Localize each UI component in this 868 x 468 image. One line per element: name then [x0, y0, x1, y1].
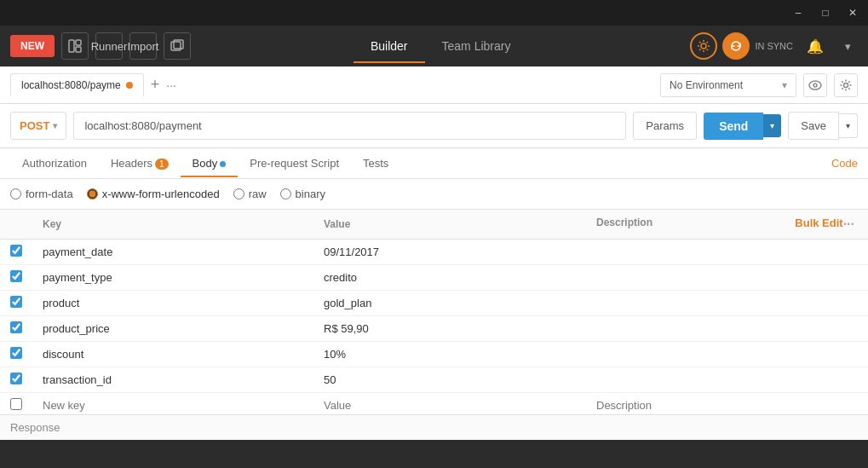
main-nav-tabs: Builder Team Library [354, 32, 528, 60]
svg-point-5 [701, 43, 706, 49]
svg-point-6 [809, 81, 821, 90]
response-area: Response [0, 414, 868, 440]
sync-settings-icon[interactable] [690, 32, 717, 60]
tab-tests[interactable]: Tests [351, 150, 400, 176]
new-desc-input[interactable] [596, 399, 858, 412]
request-tab-url: localhost:8080/payme [21, 79, 121, 91]
value-input-0[interactable] [324, 246, 576, 258]
new-window-icon [170, 39, 184, 53]
send-dropdown-button[interactable]: ▾ [763, 114, 781, 137]
desc-input-2[interactable] [596, 297, 858, 309]
row-checkbox-4[interactable] [10, 347, 22, 359]
row-checkbox-0[interactable] [10, 245, 22, 257]
environment-eye-button[interactable] [803, 73, 827, 97]
key-input-3[interactable] [43, 322, 303, 335]
svg-rect-1 [76, 40, 81, 45]
eye-icon [808, 80, 822, 90]
table-row [0, 367, 868, 393]
method-select[interactable]: POST ▾ [10, 112, 66, 140]
key-input-0[interactable] [43, 246, 303, 258]
body-dot [220, 161, 226, 167]
form-data-radio[interactable] [10, 188, 21, 199]
tab-team-library[interactable]: Team Library [425, 32, 528, 60]
value-input-2[interactable] [324, 297, 576, 309]
maximize-button[interactable]: □ [817, 7, 834, 19]
save-button[interactable]: Save [788, 112, 839, 140]
save-dropdown-button[interactable]: ▾ [839, 113, 858, 138]
sync-status-icon[interactable] [722, 32, 750, 60]
environment-arrow: ▾ [782, 79, 787, 91]
tab-builder[interactable]: Builder [354, 32, 425, 60]
row-checkbox-3[interactable] [10, 321, 22, 333]
send-button[interactable]: Send [704, 113, 763, 140]
desc-input-3[interactable] [596, 322, 858, 335]
new-row-checkbox[interactable] [10, 398, 22, 410]
notifications-button[interactable]: 🔔 [802, 32, 829, 60]
new-window-button[interactable] [164, 32, 191, 60]
headers-badge: 1 [155, 159, 169, 170]
raw-option[interactable]: raw [233, 188, 267, 200]
tab-authorization[interactable]: Authorization [10, 150, 99, 176]
value-input-4[interactable] [324, 348, 576, 361]
x-www-form-urlencoded-option[interactable]: x-www-form-urlencoded [87, 188, 220, 200]
gear-icon [839, 78, 853, 92]
request-tab[interactable]: localhost:8080/payme [10, 73, 144, 96]
row-checkbox-2[interactable] [10, 296, 22, 308]
form-data-option[interactable]: form-data [10, 188, 73, 200]
request-bar: POST ▾ Params Send ▾ Save ▾ [0, 104, 868, 148]
desc-input-5[interactable] [596, 373, 858, 386]
col-description: Description ··· Bulk Edit [586, 210, 868, 240]
row-checkbox-1[interactable] [10, 270, 22, 282]
add-tab-button[interactable]: + [151, 76, 160, 94]
url-input[interactable] [73, 112, 626, 140]
value-input-3[interactable] [324, 322, 576, 335]
tab-pre-request-script[interactable]: Pre-request Script [238, 150, 351, 176]
sync-area: IN SYNC [690, 32, 793, 60]
body-type-tabs: form-data x-www-form-urlencoded raw bina… [0, 179, 868, 210]
more-options-icon[interactable]: ··· [843, 217, 854, 232]
nav-bar: NEW Runner Import Builder Team Library [0, 26, 868, 66]
request-tabs: Authorization Headers1 Body Pre-request … [0, 148, 868, 179]
new-button[interactable]: NEW [10, 35, 55, 57]
tab-headers[interactable]: Headers1 [99, 150, 181, 176]
close-button[interactable]: ✕ [844, 7, 861, 19]
tab-body[interactable]: Body [181, 150, 239, 176]
minimize-button[interactable]: – [790, 7, 807, 19]
environment-select[interactable]: No Environment ▾ [660, 73, 796, 97]
runner-button[interactable]: Runner [95, 32, 123, 60]
layout-icon-button[interactable] [61, 32, 89, 60]
key-input-5[interactable] [43, 373, 303, 386]
key-input-1[interactable] [43, 271, 303, 284]
table-row [0, 265, 868, 291]
params-table: Key Value Description ··· Bulk Edit [0, 210, 868, 414]
params-button[interactable]: Params [633, 112, 697, 140]
sync-icon [730, 40, 742, 52]
table-row [0, 240, 868, 265]
new-value-input[interactable] [324, 399, 576, 412]
environment-label: No Environment [670, 79, 743, 91]
value-input-1[interactable] [324, 271, 576, 284]
request-tab-dot [126, 82, 133, 89]
row-checkbox-5[interactable] [10, 373, 22, 384]
method-arrow-icon: ▾ [53, 121, 57, 130]
value-input-5[interactable] [324, 373, 576, 386]
key-input-2[interactable] [43, 297, 303, 309]
import-button[interactable]: Import [129, 32, 157, 60]
title-bar: – □ ✕ [0, 0, 868, 26]
desc-input-0[interactable] [596, 246, 858, 258]
new-key-input[interactable] [43, 399, 303, 412]
params-table-container: Key Value Description ··· Bulk Edit [0, 210, 868, 414]
url-tab-bar: localhost:8080/payme + ··· No Environmen… [0, 66, 868, 104]
binary-option[interactable]: binary [280, 188, 325, 200]
binary-radio[interactable] [280, 188, 291, 199]
code-link[interactable]: Code [831, 157, 858, 170]
raw-radio[interactable] [233, 188, 244, 199]
desc-input-1[interactable] [596, 271, 858, 284]
bulk-edit-link[interactable]: Bulk Edit [795, 217, 842, 229]
environment-settings-button[interactable] [834, 73, 858, 97]
key-input-4[interactable] [43, 348, 303, 361]
x-www-form-urlencoded-radio[interactable] [87, 188, 98, 199]
desc-input-4[interactable] [596, 348, 858, 361]
nav-dropdown-button[interactable]: ▾ [837, 32, 858, 60]
tab-options-button[interactable]: ··· [166, 78, 176, 92]
